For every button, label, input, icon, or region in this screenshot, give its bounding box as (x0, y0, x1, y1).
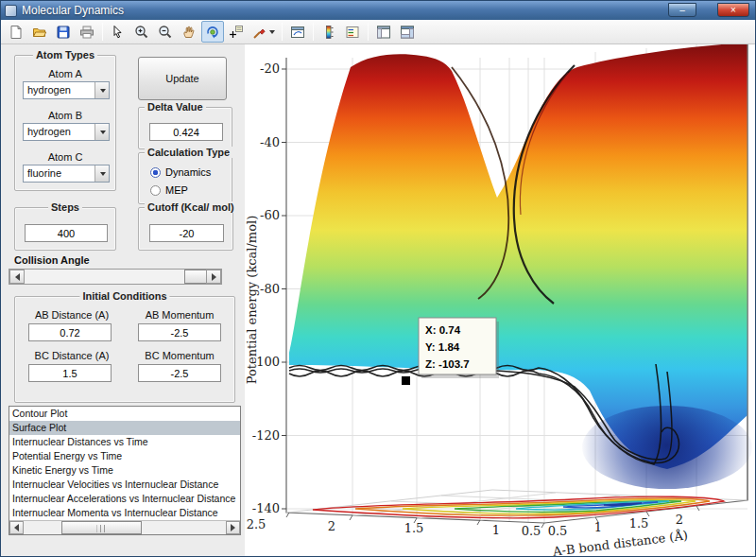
atom-a-label: Atom A (15, 68, 115, 79)
atom-a-dropdown-button[interactable] (94, 82, 109, 98)
save-figure-button[interactable] (52, 21, 75, 43)
pan-button[interactable] (178, 21, 200, 43)
zoom-in-icon (134, 25, 149, 40)
svg-text:-20: -20 (260, 61, 280, 76)
plot-area[interactable]: -20 -40 -60 -80 -100 -120 -140 Potential… (245, 44, 755, 557)
plot-type-listbox[interactable]: Contour Plot Surface Plot Internuclear D… (9, 406, 241, 535)
atom-c-label: Atom C (15, 151, 115, 163)
zoom-in-button[interactable] (130, 21, 153, 43)
atom-b-dropdown[interactable]: hydrogen (23, 123, 110, 141)
svg-text:-60: -60 (260, 208, 280, 222)
left-arrow-icon (15, 273, 20, 281)
list-item[interactable]: Internuclear Momenta vs Internuclear Dis… (9, 506, 240, 520)
svg-text:1.5: 1.5 (404, 521, 424, 535)
open-file-button[interactable] (28, 21, 51, 43)
bc-momentum-label: BC Momentum (132, 350, 227, 361)
list-item[interactable]: Kinetic Energy vs Time (9, 463, 240, 478)
bc-distance-label: BC Distance (A) (25, 350, 119, 361)
delta-value-field[interactable] (149, 123, 223, 141)
rotate-3d-icon (205, 25, 220, 40)
initial-conditions-panel: Initial Conditions AB Distance (A) AB Mo… (14, 296, 235, 403)
hide-plot-tools-button[interactable] (372, 21, 395, 43)
deep-well-shading (582, 406, 752, 489)
zoom-out-icon (158, 25, 173, 40)
z-axis-label: Potential energy (kcal/mol) (245, 216, 259, 384)
calculation-type-panel: Calculation Type Dynamics MEP (138, 152, 232, 204)
surface-plot[interactable]: -20 -40 -60 -80 -100 -120 -140 Potential… (245, 44, 756, 557)
data-cursor-button[interactable] (225, 21, 248, 43)
brush-dropdown-caret[interactable] (269, 30, 275, 34)
ab-momentum-label: AB Momentum (132, 309, 227, 321)
atom-a-dropdown[interactable]: hydrogen (23, 81, 110, 99)
steps-field[interactable] (25, 224, 108, 242)
scrollbar-left-arrow[interactable] (9, 521, 24, 534)
zoom-out-button[interactable] (154, 21, 177, 43)
chevron-down-icon (100, 89, 106, 93)
print-figure-button[interactable] (76, 21, 98, 43)
update-button[interactable]: Update (138, 57, 227, 100)
ab-distance-field[interactable] (28, 323, 112, 341)
list-item[interactable]: Internuclear Accelerations vs Internucle… (9, 492, 240, 506)
new-figure-button[interactable] (5, 21, 27, 43)
atom-b-dropdown-button[interactable] (94, 124, 109, 140)
bc-axis-tick-labels: 2.5 2 1.5 1 0.5 (247, 517, 541, 538)
cutoff-field[interactable] (149, 224, 224, 242)
show-plot-tools-icon (400, 25, 415, 40)
link-plot-button[interactable] (286, 21, 309, 43)
insert-legend-button[interactable] (341, 21, 364, 43)
atom-types-panel: Atom Types Atom A hydrogen Atom B hydrog… (14, 55, 116, 191)
svg-text:-40: -40 (260, 135, 280, 149)
calculation-type-title: Calculation Type (145, 147, 232, 158)
scrollbar-thumb[interactable] (61, 521, 142, 534)
edit-plot-button[interactable] (107, 21, 129, 43)
list-item-selected[interactable]: Surface Plot (9, 421, 240, 435)
chevron-down-icon (100, 172, 106, 176)
svg-text:-120: -120 (252, 428, 280, 443)
list-item[interactable]: Contour Plot (9, 407, 240, 421)
left-arrow-icon (14, 524, 19, 531)
svg-text:1: 1 (492, 523, 500, 537)
dynamics-radio[interactable] (150, 167, 161, 178)
right-arrow-icon (212, 273, 216, 281)
link-plot-icon (290, 25, 305, 40)
datatip-y: Y: 1.84 (425, 341, 460, 353)
svg-text:2: 2 (676, 513, 683, 527)
atom-c-dropdown-button[interactable] (94, 165, 109, 182)
mep-radio[interactable] (150, 185, 161, 196)
toolbar-separator (313, 23, 314, 41)
list-item[interactable]: Internuclear Velocities vs Internuclear … (9, 478, 240, 492)
brush-data-button[interactable] (249, 21, 278, 43)
close-button[interactable]: × (717, 3, 749, 17)
show-plot-tools-button[interactable] (396, 21, 419, 43)
list-item[interactable]: Potential Energy vs Time (9, 449, 240, 463)
cutoff-title: Cutoff (Kcal/ mol) (145, 201, 237, 213)
bc-distance-field[interactable] (28, 364, 112, 382)
dynamics-radio-label: Dynamics (165, 166, 211, 178)
scrollbar-right-arrow[interactable] (226, 521, 240, 534)
minimize-button[interactable]: – (668, 3, 696, 17)
collision-angle-slider[interactable] (9, 269, 222, 285)
slider-right-arrow[interactable] (206, 270, 221, 284)
atom-c-dropdown[interactable]: fluorine (23, 165, 110, 183)
chevron-down-icon (100, 131, 106, 134)
listbox-horizontal-scrollbar[interactable] (9, 520, 240, 534)
slider-left-arrow[interactable] (9, 270, 25, 284)
list-item[interactable]: Internuclear Distances vs Time (9, 435, 240, 449)
datatip-marker[interactable] (402, 376, 410, 385)
printer-icon (79, 25, 94, 40)
atom-b-label: Atom B (15, 110, 115, 121)
insert-colorbar-button[interactable] (318, 21, 340, 43)
svg-text:1: 1 (594, 520, 602, 534)
delta-value-panel: Delta Value (138, 107, 232, 149)
window-title: Molecular Dynamics (22, 4, 124, 17)
potential-energy-surface[interactable] (289, 44, 752, 489)
titlebar[interactable]: Molecular Dynamics – × (1, 1, 755, 20)
bc-momentum-field[interactable] (138, 364, 221, 382)
toolbar-separator (282, 23, 283, 41)
svg-text:1.5: 1.5 (629, 516, 649, 531)
ab-momentum-field[interactable] (138, 323, 221, 341)
scrollbar-grip (96, 525, 107, 532)
toolbar-separator (368, 23, 369, 41)
slider-thumb[interactable] (184, 270, 207, 284)
rotate-3d-button[interactable] (201, 21, 224, 43)
